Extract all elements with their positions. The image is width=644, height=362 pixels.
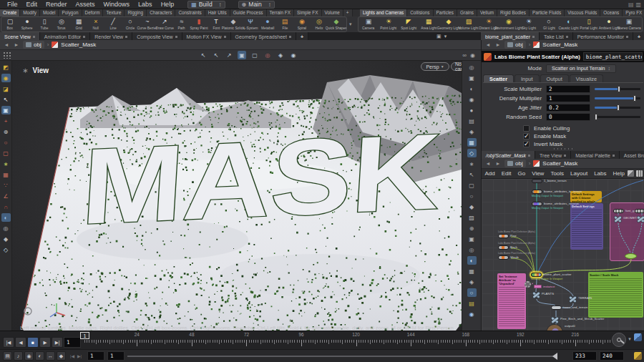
select-visible-icon[interactable]: ◉: [289, 51, 298, 59]
dopnets-icon[interactable]: ◉: [24, 351, 34, 361]
view-options-icon[interactable]: ◉: [467, 95, 477, 104]
uv-overlay-icon[interactable]: ▨: [467, 213, 477, 222]
shelf-tab[interactable]: Particle Fluids: [530, 9, 565, 16]
current-frame-field[interactable]: 1: [64, 337, 81, 348]
shelf-tab[interactable]: Viscous Fluids: [565, 9, 600, 16]
shelf-tool[interactable]: ◐ Caustic Light: [559, 17, 579, 31]
menu-item[interactable]: Render: [42, 1, 71, 8]
move-tool-icon[interactable]: ⊕: [1, 127, 11, 136]
node-instance-gear[interactable]: [525, 281, 531, 288]
network-menu-item[interactable]: Edit: [498, 170, 514, 177]
export-flipbook-icon[interactable]: ▤: [3, 351, 12, 361]
workspace-icon[interactable]: ▤: [628, 1, 634, 8]
scale-tool-icon[interactable]: ▢: [1, 149, 11, 157]
select-objects-icon[interactable]: ↖: [199, 51, 208, 59]
network-editor[interactable]: Default Settings with C:biome applied to…: [482, 179, 644, 331]
param-slider[interactable]: [595, 104, 640, 112]
desktop-selector[interactable]: ▦ Build ↕: [187, 1, 225, 9]
network-menu-item[interactable]: Labs: [591, 170, 610, 177]
node-font-geo[interactable]: font_geo: [613, 209, 624, 213]
wrench-icon[interactable]: [628, 170, 634, 177]
snap-point-icon[interactable]: ∵: [1, 181, 11, 190]
back-arrow-icon[interactable]: ◄: [484, 42, 492, 47]
node-pine[interactable]: Pine Labs Biome Plant Definition (Alpha): [498, 234, 509, 238]
pane-tab[interactable]: Material Palette: [571, 151, 620, 159]
playbar-corner-icon[interactable]: [634, 333, 642, 341]
shelf-tab[interactable]: Modify: [20, 9, 40, 16]
shelf-tool[interactable]: ▢ Box: [1, 17, 19, 31]
current-frame-marker[interactable]: 1: [80, 332, 89, 339]
snapshot-icon[interactable]: ◐: [467, 256, 477, 265]
field-guide-icon[interactable]: ◎: [467, 245, 477, 254]
param-checkbox[interactable]: [523, 125, 530, 132]
shelf-tool[interactable]: ◤ Spot Light: [399, 17, 419, 31]
shelf-tool[interactable]: ◆ Platonic Solids: [225, 17, 242, 31]
note-default-settings[interactable]: Default Settings: [570, 203, 603, 250]
shelf-tool[interactable]: ☀ Sky Light: [519, 17, 539, 31]
breadcrumb-root[interactable]: obj: [504, 41, 526, 49]
shelf-tab[interactable]: Pyro FX: [623, 9, 644, 16]
pose-tool-icon[interactable]: ∗: [1, 160, 11, 168]
shelf-tool[interactable]: ▦ Grid: [70, 17, 87, 31]
shelf-tab[interactable]: Simple FX: [294, 9, 321, 16]
forward-arrow-icon[interactable]: ►: [494, 161, 502, 166]
menu-item[interactable]: Assets: [72, 1, 99, 8]
shelf-tool[interactable]: ↗ Draw Curve: [156, 17, 173, 31]
shelf-tool[interactable]: ○ GI Light: [539, 17, 559, 31]
slider-handle[interactable]: [618, 86, 620, 92]
shelf-tool[interactable]: ◉ Environment Light: [499, 17, 519, 31]
param-checkbox[interactable]: [523, 141, 530, 147]
pick-mode-icon[interactable]: ↖: [467, 170, 477, 179]
pane-tab[interactable]: Animation Editor: [40, 32, 90, 40]
background-image-icon[interactable]: ▦: [467, 267, 477, 275]
node-biome-attributes-to-terrain[interactable]: biome_attributes_to_terrain Missing Outp…: [532, 190, 542, 194]
info-icon[interactable]: ◈: [467, 278, 477, 286]
back-arrow-icon[interactable]: ◄: [484, 161, 492, 166]
pane-splitter-grip[interactable]: [552, 147, 574, 150]
range-slider-handle[interactable]: [552, 353, 557, 360]
key-options-caret[interactable]: ▼: [628, 337, 632, 341]
breadcrumb-root[interactable]: obj: [504, 160, 526, 167]
select-dynamics-icon[interactable]: ↗: [225, 51, 233, 59]
shelf-tool[interactable]: ▣ Stereo Camera: [619, 17, 639, 31]
view-flower-icon[interactable]: ∗: [22, 67, 28, 74]
param-tab[interactable]: Visualize: [570, 74, 603, 82]
param-checkbox[interactable]: [523, 133, 530, 140]
audio-icon[interactable]: ♪: [14, 351, 23, 361]
node-plants-null[interactable]: PLANTS: [532, 292, 540, 298]
select-mode-icon[interactable]: ◪: [1, 84, 11, 93]
node-biome-plant-scatter[interactable]: biome_plant_scatter Viewing Output: In V…: [531, 273, 542, 277]
node-geometry-mask[interactable]: GEOMETRY_MASK: [614, 216, 622, 222]
shelf-tab[interactable]: Rigid Bodies: [497, 9, 530, 16]
range-start-field[interactable]: 1: [87, 351, 104, 361]
menu-item[interactable]: File: [4, 1, 21, 8]
playbar-corner-icon-2[interactable]: [634, 352, 642, 360]
playback-button[interactable]: ▶|: [52, 337, 63, 348]
node-1-biome-terrain[interactable]: 1_biome_terrain: [532, 179, 542, 183]
node-null-right[interactable]: [637, 216, 644, 222]
secure-selection-icon[interactable]: ▣: [1, 106, 11, 114]
playback-end-field[interactable]: 233: [572, 351, 597, 361]
menu-item[interactable]: Windows: [100, 1, 134, 8]
note-scatter-scale-mask[interactable]: Scatter / Scale Mask: [588, 272, 643, 318]
select-loop-icon[interactable]: ◎: [263, 51, 272, 59]
keyframe-options-icon[interactable]: ◆: [57, 351, 66, 361]
network-menu-item[interactable]: Go: [514, 170, 529, 177]
param-tab[interactable]: Input: [514, 74, 539, 82]
shelf-tab[interactable]: Rigging: [125, 9, 147, 16]
select-fill-icon[interactable]: ◈: [276, 51, 285, 59]
color-scheme-icon[interactable]: ▤: [467, 299, 477, 308]
menu-item[interactable]: Help: [157, 1, 178, 8]
render-region-icon[interactable]: ◎: [1, 224, 11, 233]
shelf-tool[interactable]: ▣ Camera: [358, 17, 379, 31]
shelf-tab[interactable]: Model: [40, 9, 59, 16]
network-menu-item[interactable]: Help: [610, 170, 628, 177]
layout-tool-icon[interactable]: ◩: [1, 63, 11, 72]
material-flag-icon[interactable]: ◈: [467, 127, 477, 136]
shelf-tool[interactable]: ▤ File: [276, 17, 293, 31]
forward-arrow-icon[interactable]: ►: [494, 42, 502, 47]
pane-tab[interactable]: Take List: [540, 32, 573, 40]
frame-selected-icon[interactable]: ▣: [467, 74, 477, 82]
playback-button[interactable]: ▶: [39, 337, 51, 348]
snap-edge-icon[interactable]: ∠: [1, 192, 11, 200]
